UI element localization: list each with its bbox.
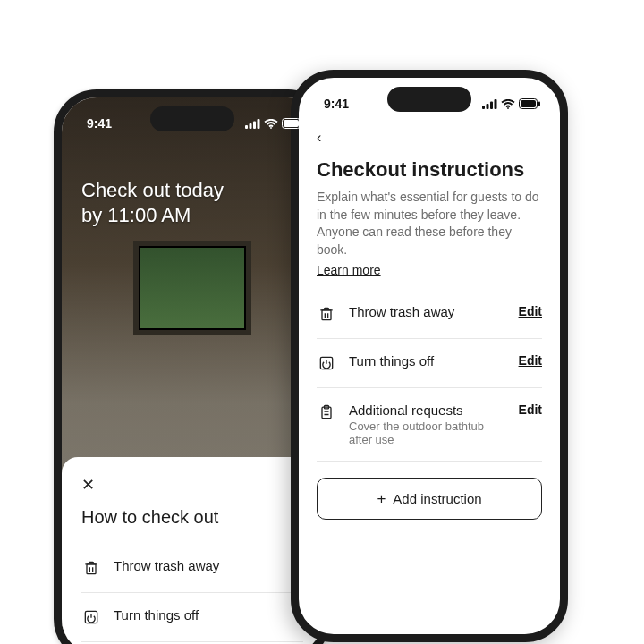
close-button[interactable]: ✕ — [81, 475, 95, 495]
svg-rect-7 — [301, 122, 303, 126]
status-time: 9:41 — [87, 116, 112, 131]
svg-rect-18 — [521, 100, 536, 107]
hero-window-graphic — [133, 241, 251, 335]
svg-rect-1 — [250, 123, 252, 129]
plus-icon: + — [377, 491, 386, 506]
checkout-sheet: ✕ How to check out Throw trash away Turn… — [62, 457, 323, 644]
svg-point-16 — [507, 107, 509, 109]
wifi-icon — [264, 119, 278, 129]
trash-icon — [317, 304, 336, 324]
notch — [150, 106, 234, 131]
svg-rect-15 — [495, 99, 497, 109]
page-title: Checkout instructions — [317, 158, 542, 182]
item-title: Additional requests — [349, 402, 506, 418]
sheet-title: How to check out — [81, 507, 303, 528]
battery-icon — [519, 98, 540, 109]
list-item: Turn things off — [81, 593, 303, 642]
power-icon — [81, 607, 101, 627]
instruction-row: Additional requests Cover the outdoor ba… — [317, 388, 542, 462]
cellular-icon — [245, 119, 260, 129]
status-icons — [245, 118, 303, 129]
back-button[interactable]: ‹ — [317, 130, 542, 146]
notch — [387, 87, 471, 112]
status-time: 9:41 — [324, 97, 349, 111]
svg-rect-8 — [87, 564, 96, 574]
battery-icon — [282, 118, 303, 129]
item-title: Turn things off — [349, 353, 506, 369]
instruction-row: Throw trash away Edit — [317, 290, 542, 339]
clipboard-icon — [317, 402, 336, 422]
hero-title: Check out today by 11:00 AM — [81, 178, 303, 227]
phone-host: 9:41 ‹ Checkout instructions Explain wha… — [291, 70, 568, 642]
status-icons — [482, 98, 540, 109]
add-instruction-button[interactable]: + Add instruction — [317, 478, 542, 520]
svg-rect-12 — [482, 106, 485, 109]
svg-rect-13 — [487, 104, 489, 109]
item-title: Throw trash away — [349, 304, 506, 319]
phone-guest: 9:41 Check out today by 11:00 AM ✕ How t… — [54, 89, 331, 644]
edit-button[interactable]: Edit — [519, 353, 542, 368]
trash-icon — [81, 558, 101, 578]
screen-content: ‹ Checkout instructions Explain what's e… — [299, 78, 560, 634]
power-icon — [317, 353, 336, 373]
svg-rect-2 — [253, 121, 256, 129]
svg-rect-3 — [258, 119, 260, 129]
add-instruction-label: Add instruction — [393, 491, 481, 506]
cellular-icon — [482, 99, 497, 109]
hero-line2: by 11:00 AM — [81, 203, 303, 228]
page-description: Explain what's essential for guests to d… — [317, 189, 542, 258]
edit-button[interactable]: Edit — [519, 402, 542, 417]
item-title: Throw trash away — [114, 558, 303, 573]
svg-rect-0 — [245, 125, 248, 129]
item-subtitle: Cover the outdoor bathtub after use — [349, 419, 506, 446]
svg-point-4 — [270, 127, 272, 129]
svg-rect-14 — [490, 101, 493, 109]
hero-line1: Check out today — [81, 178, 303, 203]
svg-rect-19 — [538, 102, 540, 106]
list-item: Throw trash away — [81, 544, 303, 593]
learn-more-link[interactable]: Learn more — [317, 263, 381, 277]
instruction-row: Turn things off Edit — [317, 339, 542, 388]
svg-rect-20 — [322, 310, 331, 320]
item-title: Turn things off — [114, 607, 303, 623]
edit-button[interactable]: Edit — [519, 304, 542, 318]
svg-rect-6 — [284, 120, 299, 127]
wifi-icon — [501, 99, 515, 109]
